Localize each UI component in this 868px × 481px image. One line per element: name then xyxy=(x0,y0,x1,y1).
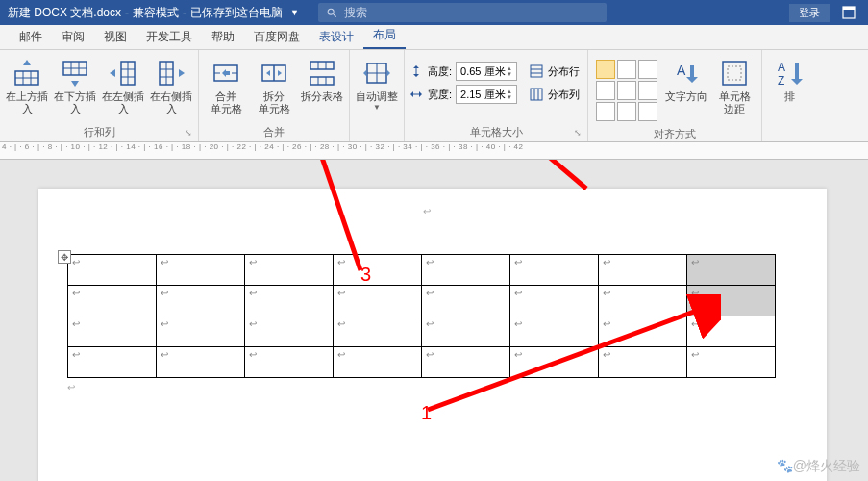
table-cell[interactable]: ↩ xyxy=(422,255,510,286)
save-status: 已保存到这台电脑 xyxy=(190,5,283,21)
table-cell[interactable]: ↩ xyxy=(68,255,157,286)
table-cell[interactable]: ↩ xyxy=(687,255,776,286)
height-input[interactable]: 0.65 厘米 ▲▼ xyxy=(456,62,517,81)
table-cell[interactable]: ↩ xyxy=(334,286,422,316)
align-bottom-center[interactable] xyxy=(617,102,636,121)
table-cell[interactable]: ↩ xyxy=(510,255,599,286)
table-cell[interactable]: ↩ xyxy=(245,286,334,316)
tab-review[interactable]: 审阅 xyxy=(52,25,94,49)
annotation-1: 1 xyxy=(421,402,432,424)
table-cell[interactable]: ↩ xyxy=(510,316,599,347)
merge-cells-icon xyxy=(211,58,241,89)
table-cell[interactable]: ↩ xyxy=(422,316,510,347)
group-rows-cols: 在上方插入 在下方插入 在左侧插入 在右侧插入 行和列 ⤡ xyxy=(0,50,199,141)
table-cell[interactable]: ↩ xyxy=(245,347,334,378)
table-cell[interactable]: ↩ xyxy=(68,286,157,316)
align-bottom-right[interactable] xyxy=(638,102,657,121)
table-row: ↩↩↩↩↩↩↩↩ xyxy=(68,286,776,316)
search-box[interactable]: 搜索 xyxy=(318,3,607,22)
insert-left-icon xyxy=(108,58,138,89)
tab-layout[interactable]: 布局 xyxy=(363,23,406,49)
document-area: ↩ ✥ ↩↩↩↩↩↩↩↩↩↩↩↩↩↩↩↩↩↩↩↩↩↩↩↩↩↩↩↩↩↩↩↩ ↩ 1… xyxy=(0,160,868,481)
table-cell[interactable]: ↩ xyxy=(245,316,334,347)
table-cell[interactable]: ↩ xyxy=(687,316,776,347)
table-cell[interactable]: ↩ xyxy=(157,255,245,286)
svg-rect-23 xyxy=(310,62,334,69)
search-placeholder: 搜索 xyxy=(344,5,367,21)
sort-button[interactable]: AZ 排 xyxy=(766,56,812,105)
tab-developer[interactable]: 开发工具 xyxy=(136,25,202,49)
svg-rect-34 xyxy=(531,65,542,77)
tab-table-design[interactable]: 表设计 xyxy=(310,25,363,49)
cell-size-launcher-icon[interactable]: ⤡ xyxy=(574,128,582,138)
tab-baidu[interactable]: 百度网盘 xyxy=(244,25,310,49)
table-cell[interactable]: ↩ xyxy=(157,316,245,347)
table-cell[interactable]: ↩ xyxy=(68,316,157,347)
table-cell[interactable]: ↩ xyxy=(334,255,422,286)
filename: 新建 DOCX 文档.docx xyxy=(8,5,121,21)
dist-rows-icon xyxy=(529,63,544,79)
group-label-cell-size: 单元格大小 ⤡ xyxy=(409,123,583,141)
insert-below-button[interactable]: 在下方插入 xyxy=(52,56,98,117)
table-move-handle[interactable]: ✥ xyxy=(58,250,71,264)
table-cell[interactable]: ↩ xyxy=(157,347,245,378)
distribute-cols-button[interactable]: 分布列 xyxy=(525,85,583,104)
svg-text:A: A xyxy=(778,61,785,74)
align-middle-right[interactable] xyxy=(638,81,657,100)
table-cell[interactable]: ↩ xyxy=(687,286,776,316)
tab-mail[interactable]: 邮件 xyxy=(10,25,52,49)
cell-margins-button[interactable]: 单元格 边距 xyxy=(711,56,757,117)
table-cell[interactable]: ↩ xyxy=(599,255,687,286)
table-cell[interactable]: ↩ xyxy=(422,286,510,316)
svg-rect-41 xyxy=(723,62,746,85)
autofit-button[interactable]: 自动调整 ▼ xyxy=(354,56,400,114)
align-middle-left[interactable] xyxy=(596,81,615,100)
align-top-right[interactable] xyxy=(638,60,657,79)
table-cell[interactable]: ↩ xyxy=(510,286,599,316)
split-table-button[interactable]: 拆分表格 xyxy=(299,56,345,105)
document-table[interactable]: ↩↩↩↩↩↩↩↩↩↩↩↩↩↩↩↩↩↩↩↩↩↩↩↩↩↩↩↩↩↩↩↩ xyxy=(67,254,776,378)
group-cell-size: 高度: 0.65 厘米 ▲▼ 宽度: 2.15 厘米 ▲▼ xyxy=(405,50,588,141)
tab-help[interactable]: 帮助 xyxy=(202,25,244,49)
rows-cols-launcher-icon[interactable]: ⤡ xyxy=(185,128,192,138)
svg-text:Z: Z xyxy=(778,74,784,88)
table-cell[interactable]: ↩ xyxy=(510,347,599,378)
align-middle-center[interactable] xyxy=(617,81,636,100)
insert-right-button[interactable]: 在右侧插入 xyxy=(148,56,194,117)
width-spinner[interactable]: ▲▼ xyxy=(507,89,512,100)
align-top-left[interactable] xyxy=(596,60,615,79)
insert-left-button[interactable]: 在左侧插入 xyxy=(100,56,146,117)
merge-cells-button[interactable]: 合并 单元格 xyxy=(203,56,249,117)
title-dropdown-icon[interactable]: ▼ xyxy=(290,8,299,17)
alignment-grid xyxy=(592,56,661,125)
text-direction-button[interactable]: A 文字方向 xyxy=(663,56,709,105)
ribbon-display-button[interactable] xyxy=(837,1,860,24)
group-label-alignment: 对齐方式 xyxy=(592,125,757,143)
table-cell[interactable]: ↩ xyxy=(334,316,422,347)
login-button[interactable]: 登录 xyxy=(789,4,830,22)
table-cell[interactable]: ↩ xyxy=(599,286,687,316)
autofit-dropdown-icon: ▼ xyxy=(373,103,381,112)
table-cell[interactable]: ↩ xyxy=(599,347,687,378)
split-cells-button[interactable]: 拆分 单元格 xyxy=(251,56,297,117)
table-cell[interactable]: ↩ xyxy=(68,347,157,378)
page[interactable]: ↩ ✥ ↩↩↩↩↩↩↩↩↩↩↩↩↩↩↩↩↩↩↩↩↩↩↩↩↩↩↩↩↩↩↩↩ ↩ xyxy=(38,189,827,481)
table-cell[interactable]: ↩ xyxy=(422,347,510,378)
table-cell[interactable]: ↩ xyxy=(599,316,687,347)
paragraph-mark: ↩ xyxy=(423,206,431,216)
height-spinner[interactable]: ▲▼ xyxy=(507,65,512,77)
align-bottom-left[interactable] xyxy=(596,102,615,121)
table-cell[interactable]: ↩ xyxy=(334,347,422,378)
table-cell[interactable]: ↩ xyxy=(157,286,245,316)
tab-view[interactable]: 视图 xyxy=(94,25,136,49)
annotation-3: 3 xyxy=(360,264,371,286)
distribute-rows-button[interactable]: 分布行 xyxy=(525,62,583,81)
width-input[interactable]: 2.15 厘米 ▲▼ xyxy=(456,85,517,104)
align-top-center[interactable] xyxy=(617,60,636,79)
svg-line-45 xyxy=(428,160,586,189)
table-cell[interactable]: ↩ xyxy=(245,255,334,286)
table-cell[interactable]: ↩ xyxy=(687,347,776,378)
ruler[interactable]: 4 · | · 6 · | · 8 · | · 10 · | · 12 · | … xyxy=(0,142,868,160)
insert-above-button[interactable]: 在上方插入 xyxy=(4,56,50,117)
svg-rect-42 xyxy=(728,66,741,80)
